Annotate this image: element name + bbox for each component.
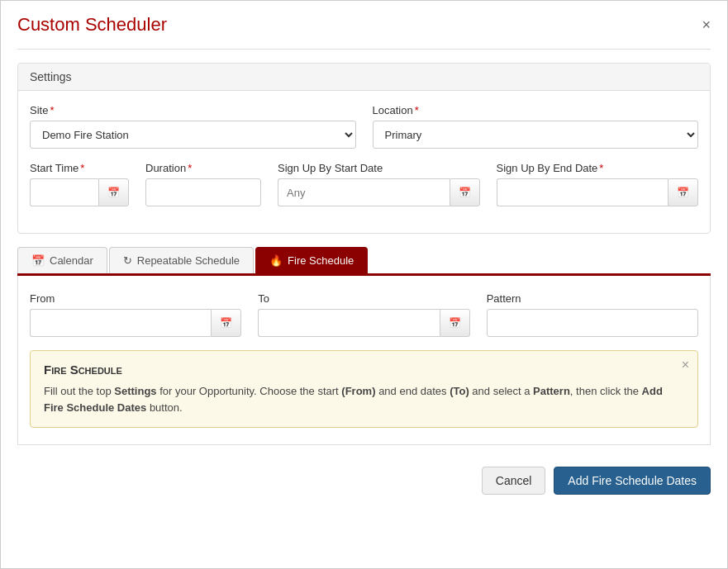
info-box-body: Fill out the top Settings for your Oppor… (44, 383, 684, 415)
signup-start-input-group: 📅 (278, 178, 480, 206)
start-time-calendar-button[interactable]: 📅 (98, 178, 129, 206)
settings-section: Settings Site* Demo Fire Station Locatio… (17, 63, 711, 234)
calendar-icon-signup-start: 📅 (459, 187, 471, 198)
title-accent: Scheduler (85, 14, 167, 35)
tab-content: From 📅 To (17, 276, 711, 445)
signup-end-input[interactable] (497, 178, 669, 206)
tab-repeatable[interactable]: ↻ Repeatable Schedule (109, 247, 254, 273)
settings-header: Settings (18, 64, 710, 91)
pattern-label: Pattern (487, 292, 698, 305)
refresh-tab-icon: ↻ (123, 254, 132, 267)
to-group: To 📅 (258, 292, 469, 337)
signup-start-label: Sign Up By Start Date (278, 162, 480, 174)
to-calendar-button[interactable]: 📅 (440, 309, 470, 337)
cancel-button[interactable]: Cancel (482, 467, 546, 495)
close-button[interactable]: × (702, 17, 711, 32)
settings-body: Site* Demo Fire Station Location* Primar… (18, 91, 710, 233)
signup-end-calendar-button[interactable]: 📅 (668, 178, 698, 206)
repeatable-tab-label: Repeatable Schedule (137, 254, 240, 267)
times-row: Start Time* 08:44 📅 Duration* (30, 162, 698, 206)
site-select[interactable]: Demo Fire Station (30, 121, 356, 149)
calendar-icon-start: 📅 (107, 187, 120, 198)
location-group: Location* Primary (373, 104, 699, 149)
site-label: Site* (30, 104, 356, 116)
location-select[interactable]: Primary (373, 121, 699, 149)
from-group: From 📅 (30, 292, 241, 337)
title-plain: Custom (17, 14, 85, 35)
signup-start-input[interactable] (278, 178, 450, 206)
info-box: × Fire Schedule Fill out the top Setting… (30, 350, 698, 428)
duration-group: Duration* 08:00 (145, 162, 261, 206)
site-location-row: Site* Demo Fire Station Location* Primar… (30, 104, 698, 149)
calendar-icon-to: 📅 (449, 317, 461, 329)
calendar-icon-from: 📅 (220, 317, 232, 329)
calendar-tab-icon: 📅 (31, 254, 45, 267)
pattern-input[interactable] (487, 309, 698, 337)
site-group: Site* Demo Fire Station (30, 104, 356, 149)
to-input[interactable] (258, 309, 439, 337)
signup-start-calendar-button[interactable]: 📅 (450, 178, 480, 206)
modal-title: Custom Scheduler (17, 14, 167, 36)
to-input-group: 📅 (258, 309, 469, 337)
tab-calendar[interactable]: 📅 Calendar (17, 247, 107, 273)
settings-label: Settings (30, 70, 72, 83)
from-input-group: 📅 (30, 309, 241, 337)
modal-footer: Cancel Add Fire Schedule Dates (17, 458, 711, 495)
modal-header: Custom Scheduler × (17, 14, 711, 36)
signup-end-group: Sign Up By End Date* 📅 (497, 162, 699, 206)
add-fire-schedule-button[interactable]: Add Fire Schedule Dates (554, 467, 711, 495)
start-time-input[interactable]: 08:44 (30, 178, 98, 206)
fire-tab-icon: 🔥 (269, 254, 283, 267)
location-label: Location* (373, 104, 699, 116)
start-time-group: Start Time* 08:44 📅 (30, 162, 129, 206)
to-label: To (258, 292, 469, 305)
signup-end-input-group: 📅 (497, 178, 699, 206)
signup-start-group: Sign Up By Start Date 📅 (278, 162, 480, 206)
fire-schedule-pane: From 📅 To (30, 292, 698, 428)
tab-fire[interactable]: 🔥 Fire Schedule (255, 247, 368, 273)
from-input[interactable] (30, 309, 211, 337)
duration-label: Duration* (145, 162, 261, 174)
pattern-group: Pattern (487, 292, 698, 337)
fire-schedule-fields: From 📅 To (30, 292, 698, 337)
start-time-label: Start Time* (30, 162, 129, 174)
modal-container: Custom Scheduler × Settings Site* Demo F… (0, 0, 728, 569)
header-divider (17, 49, 711, 50)
tabs-container: 📅 Calendar ↻ Repeatable Schedule 🔥 Fire … (17, 247, 711, 445)
duration-input[interactable]: 08:00 (145, 178, 261, 206)
start-time-input-group: 08:44 📅 (30, 178, 129, 206)
calendar-tab-label: Calendar (50, 254, 93, 267)
fire-tab-label: Fire Schedule (288, 254, 354, 267)
signup-end-label: Sign Up By End Date* (497, 162, 699, 174)
tab-list: 📅 Calendar ↻ Repeatable Schedule 🔥 Fire … (17, 247, 711, 276)
info-box-title: Fire Schedule (44, 363, 684, 377)
info-box-close-button[interactable]: × (682, 358, 689, 372)
calendar-icon-signup-end: 📅 (677, 187, 689, 198)
from-calendar-button[interactable]: 📅 (211, 309, 241, 337)
from-label: From (30, 292, 241, 305)
